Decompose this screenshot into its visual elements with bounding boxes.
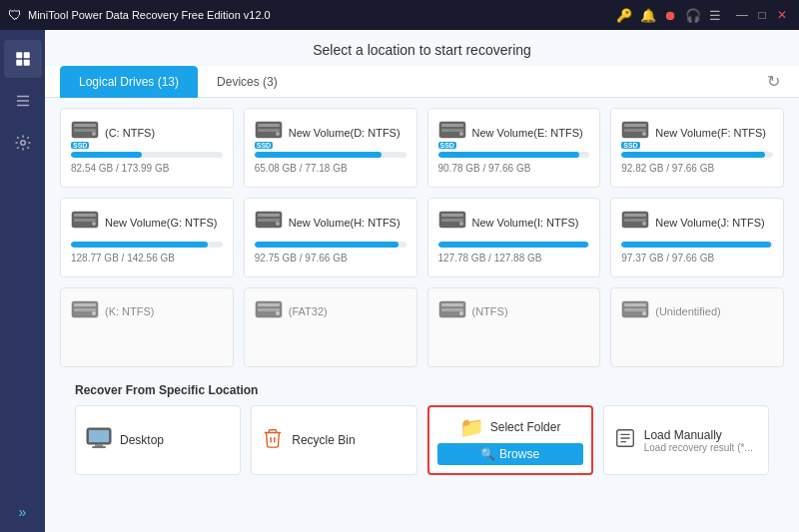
drive-icon-container [438,298,466,323]
key-icon[interactable]: 🔑 [616,8,632,23]
svg-rect-23 [74,219,96,222]
drive-card[interactable]: SSD New Volume(E: NTFS) 90.78 GB / 97.66… [427,108,601,188]
drive-card[interactable]: New Volume(G: NTFS) 128.77 GB / 142.56 G… [60,198,234,277]
drive-bar [255,242,399,248]
specific-card-select-folder[interactable]: 📁 Select Folder 🔍 Browse [427,405,593,475]
drive-card-header: (Unidentified) [621,298,773,323]
tab-devices[interactable]: Devices (3) [198,66,297,98]
drive-name: New Volume(F: NTFS) [655,127,766,139]
svg-rect-18 [624,124,646,127]
drive-card-header: New Volume(J: NTFS) [621,209,773,237]
load-manually-info: Load Manually Load recovery result (*... [644,428,753,453]
drive-icon-container [71,209,99,237]
svg-rect-27 [258,219,280,222]
drive-card-header: (FAT32) [255,298,406,323]
drive-name: New Volume(D: NTFS) [289,127,400,139]
svg-point-20 [642,132,646,136]
drive-icon-container [621,298,649,323]
svg-rect-42 [258,303,280,306]
drive-name: (C: NTFS) [105,127,155,139]
svg-rect-55 [95,444,103,446]
drive-card[interactable]: SSD (C: NTFS) 82.54 GB / 173.99 GB [60,108,234,188]
drive-bar [621,152,765,158]
svg-rect-6 [74,124,96,127]
svg-point-52 [642,311,646,315]
drive-grid: SSD (C: NTFS) 82.54 GB / 173.99 GB SSD [60,108,784,277]
specific-card-load-manually[interactable]: Load Manually Load recovery result (*... [603,405,769,475]
svg-rect-46 [441,303,463,306]
drive-icon-container: SSD [71,119,99,147]
bell-icon[interactable]: 🔔 [640,8,656,23]
drive-bar-container [621,242,773,248]
minimize-button[interactable]: — [733,6,751,24]
drive-card-header: New Volume(I: NTFS) [438,209,590,237]
drive-card[interactable]: SSD New Volume(D: NTFS) 65.08 GB / 77.18… [244,108,417,188]
record-icon[interactable]: ⏺ [664,8,677,23]
drive-name: New Volume(I: NTFS) [472,217,579,229]
drive-bar-container [255,152,406,158]
drive-card-header: New Volume(H: NTFS) [255,209,406,237]
sidebar-item-tools[interactable] [4,82,42,120]
drive-card-empty[interactable]: (FAT32) [244,287,417,367]
svg-point-12 [276,132,280,136]
drive-disk-icon [71,298,99,323]
drive-card[interactable]: New Volume(I: NTFS) 127.78 GB / 127.88 G… [427,198,601,277]
svg-rect-35 [624,219,646,222]
window-controls: — □ ✕ [733,6,791,24]
maximize-button[interactable]: □ [753,6,771,24]
sidebar-item-settings[interactable] [4,124,42,162]
svg-point-4 [20,141,25,146]
search-icon: 🔍 [480,447,495,461]
drive-card-empty[interactable]: (Unidentified) [610,287,784,367]
svg-point-40 [92,311,96,315]
sidebar-expand-icon[interactable]: » [19,504,27,520]
drive-icon-container: SSD [438,119,466,147]
tab-logical-drives[interactable]: Logical Drives (13) [60,66,198,98]
drive-size: 127.78 GB / 127.88 GB [438,253,590,264]
headphones-icon[interactable]: 🎧 [685,8,701,23]
drive-name: (K: NTFS) [105,305,155,317]
sidebar-item-recover[interactable] [4,40,42,78]
svg-rect-56 [92,446,106,448]
drive-size: 97.37 GB / 97.66 GB [621,253,773,264]
drive-bar-container [438,152,590,158]
ssd-badge: SSD [438,142,456,149]
tabs-bar: Logical Drives (13) Devices (3) ↻ [45,66,799,98]
svg-rect-30 [441,214,463,217]
svg-rect-38 [74,303,96,306]
svg-rect-10 [258,124,280,127]
specific-card-desktop[interactable]: Desktop [75,405,241,475]
desktop-icon [86,427,112,454]
browse-label: Browse [499,447,539,461]
svg-rect-50 [624,303,646,306]
drive-bar-container [71,242,223,248]
svg-rect-14 [441,124,463,127]
drive-bar-container [255,242,406,248]
menu-icon[interactable]: ☰ [709,8,721,23]
close-button[interactable]: ✕ [773,6,791,24]
drive-card-header: SSD New Volume(F: NTFS) [621,119,773,147]
load-icon [614,427,636,454]
refresh-button[interactable]: ↻ [763,68,784,95]
svg-rect-11 [258,129,280,132]
ssd-badge: SSD [71,142,89,149]
specific-card-recycle[interactable]: Recycle Bin [251,405,416,475]
drive-disk-icon [621,209,649,237]
svg-point-24 [92,222,96,226]
drive-card-empty[interactable]: (NTFS) [427,287,601,367]
drive-card-header: SSD New Volume(E: NTFS) [438,119,590,147]
drive-bar [71,152,142,158]
drive-card[interactable]: SSD New Volume(F: NTFS) 92.82 GB / 97.66… [610,108,784,188]
drive-name: New Volume(G: NTFS) [105,217,217,229]
drive-card-empty[interactable]: (K: NTFS) [60,287,234,367]
drive-card[interactable]: New Volume(J: NTFS) 97.37 GB / 97.66 GB [610,198,784,277]
svg-rect-15 [441,129,463,132]
select-folder-top: 📁 Select Folder [459,415,561,439]
browse-button[interactable]: 🔍 Browse [437,443,583,465]
drive-card[interactable]: New Volume(H: NTFS) 92.75 GB / 97.66 GB [244,198,417,277]
drive-bar [71,242,208,248]
drive-card-header: (NTFS) [438,298,590,323]
svg-rect-19 [624,129,646,132]
svg-rect-1 [23,52,29,58]
svg-rect-54 [89,430,109,442]
